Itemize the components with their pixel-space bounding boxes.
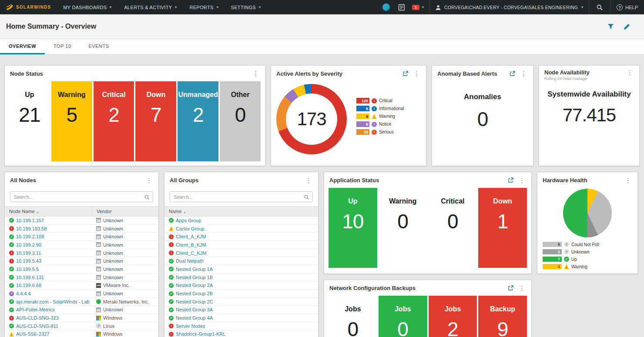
node-link[interactable]: API-Poller-Metrics — [16, 307, 55, 312]
kebab-menu-icon[interactable] — [413, 70, 421, 77]
table-row: 4.4.4.4 Unknown — [5, 290, 158, 298]
kebab-menu-icon[interactable] — [626, 69, 634, 76]
tab[interactable]: TOP 10 — [45, 39, 80, 54]
export-icon[interactable] — [402, 71, 408, 77]
solarwinds-logo[interactable]: SOLARWINDS — [0, 0, 57, 14]
group-status-icon — [169, 234, 174, 239]
kebab-menu-icon[interactable] — [145, 177, 153, 184]
group-link[interactable]: Client_C_KJM — [176, 250, 206, 256]
node-status-icon — [9, 283, 14, 288]
status-tile[interactable]: Backup 9 — [478, 296, 527, 337]
node-link[interactable]: 10.199.1.157 — [16, 218, 44, 223]
node-link[interactable]: AUS-CLD-SNG-323 — [16, 315, 59, 320]
group-link[interactable]: Nested Group 2B — [176, 291, 213, 296]
alerts-donut-chart[interactable]: 173 — [276, 84, 347, 154]
kebab-menu-icon[interactable] — [305, 177, 313, 184]
node-link[interactable]: 10.199.2.109 — [16, 234, 44, 239]
node-link[interactable]: AUS-SSE-2327 — [16, 331, 49, 337]
widget-drawer-button[interactable] — [394, 0, 409, 14]
search-button[interactable] — [589, 0, 610, 14]
nav-menu-item[interactable]: ALERTS & ACTIVITY — [118, 0, 183, 14]
hardware-pie[interactable] — [563, 189, 612, 237]
group-link[interactable]: Nested Group 2A — [176, 283, 213, 288]
nav-menu-item[interactable]: MY DASHBOARDS — [57, 0, 118, 14]
node-link[interactable]: 10.199.5.43 — [16, 258, 41, 264]
status-tile[interactable]: Jobs 0 — [379, 296, 427, 337]
legend-label[interactable]: Informational — [379, 106, 404, 111]
vendor-icon — [96, 324, 101, 328]
node-link[interactable]: 4.4.4.4 — [16, 291, 31, 296]
legend-label[interactable]: Up — [571, 257, 577, 262]
nav-menu-item[interactable]: REPORTS — [183, 0, 225, 14]
legend-label[interactable]: Serious — [379, 130, 394, 134]
account-menu[interactable]: CORVEGA\CHAD.EVERY - CORVEGA\SALES ENGIN… — [429, 0, 589, 14]
nav-menu-item[interactable]: SETTINGS — [225, 0, 267, 14]
status-tile[interactable]: Jobs 0 — [329, 296, 377, 337]
legend-label[interactable]: Unknown — [571, 250, 590, 254]
kebab-menu-icon[interactable] — [252, 70, 260, 77]
column-header-node-name[interactable]: Node Name — [5, 209, 92, 214]
tab[interactable]: OVERVIEW — [0, 39, 45, 54]
legend-label[interactable]: Critical — [379, 98, 392, 103]
group-link[interactable]: Nested Group 2C — [176, 299, 213, 304]
group-link[interactable]: Nested Group 1B — [176, 275, 213, 280]
status-tile[interactable]: Critical 0 — [429, 188, 477, 268]
export-icon[interactable] — [510, 71, 515, 77]
page-header: Home Summary - Overview — [0, 14, 644, 39]
group-link[interactable]: Dual Netpath — [176, 258, 204, 264]
group-link[interactable]: Client_B_KJM — [176, 242, 206, 247]
status-tile[interactable]: Other 0 — [220, 81, 261, 161]
node-link[interactable]: 10.199.193.58 — [16, 226, 47, 231]
nodes-search-input[interactable] — [10, 191, 153, 202]
legend-label[interactable]: Notice — [379, 122, 391, 127]
node-link[interactable]: 10.199.2.90 — [16, 242, 41, 247]
node-link[interactable]: AUS-CLD-SNG-811 — [16, 324, 58, 329]
status-tile[interactable]: Critical 2 — [94, 81, 134, 161]
status-tile[interactable]: Up 21 — [9, 81, 50, 161]
help-button[interactable]: HELP — [610, 0, 644, 14]
status-tile[interactable]: Down 1 — [478, 188, 527, 268]
group-link[interactable]: Apps Group — [176, 218, 201, 223]
group-link[interactable]: Shaddock-Group1-KRL — [176, 331, 225, 337]
export-icon[interactable] — [508, 285, 513, 291]
groups-search-input[interactable] — [170, 191, 313, 202]
table-row: AUS-CLD-SNG-811 Linux — [5, 322, 158, 330]
node-link[interactable]: api.meraki.com - SolarWinds - Lab — [16, 299, 90, 304]
legend-label[interactable]: Warning — [379, 114, 395, 119]
kebab-menu-icon[interactable] — [520, 70, 528, 77]
vendor-icon — [96, 218, 101, 223]
status-tile[interactable]: Warning 0 — [379, 188, 427, 268]
table-row: Dual Netpath — [164, 257, 318, 265]
assist-button[interactable] — [379, 0, 394, 14]
node-link[interactable]: 10.199.3.11 — [16, 250, 41, 256]
group-link[interactable]: Nested Group 1A — [176, 267, 213, 272]
group-link[interactable]: Carlos Group — [176, 226, 204, 231]
notifications-button[interactable]: 1 — [409, 0, 429, 14]
export-icon[interactable] — [508, 177, 513, 183]
kebab-menu-icon[interactable] — [518, 177, 526, 184]
edit-pencil-icon[interactable] — [624, 23, 630, 30]
group-link[interactable]: Client_A_KJM — [176, 234, 206, 239]
status-tile[interactable]: Up 10 — [329, 188, 377, 268]
node-link[interactable]: 10.199.6.131 — [16, 275, 44, 280]
status-tile[interactable]: Warning 5 — [51, 81, 92, 161]
status-tile[interactable]: Unmanaged 2 — [178, 81, 218, 161]
group-link[interactable]: Nested Group 3A — [176, 307, 213, 312]
legend-label[interactable]: Could Not Poll — [571, 242, 599, 247]
filter-icon[interactable] — [607, 23, 614, 30]
legend-label[interactable]: Warning — [571, 264, 587, 269]
group-link[interactable]: Nested Group 4A — [176, 315, 213, 320]
node-link[interactable]: 10.199.5.5 — [16, 267, 39, 272]
kebab-menu-icon[interactable] — [624, 177, 632, 184]
status-tile[interactable]: Jobs 2 — [429, 296, 477, 337]
alert-total: 173 — [297, 109, 326, 130]
kebab-menu-icon[interactable] — [518, 285, 526, 291]
node-link[interactable]: 10.199.6.68 — [16, 283, 41, 288]
status-tile[interactable]: Down 7 — [135, 81, 176, 161]
group-link[interactable]: Server Nodes — [176, 324, 205, 329]
legend-item: 29 Serious — [356, 129, 404, 135]
legend-item: 9 Warning — [356, 113, 404, 119]
tab[interactable]: EVENTS — [80, 39, 118, 54]
column-header-name[interactable]: Name — [164, 209, 252, 214]
column-header-vendor[interactable]: Vendor — [92, 207, 158, 216]
